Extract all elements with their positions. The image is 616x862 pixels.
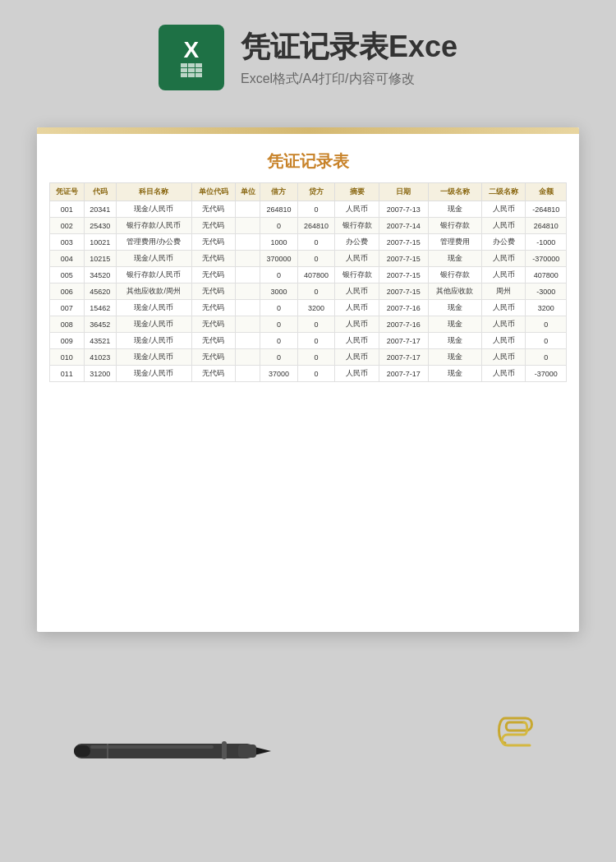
table-cell: 无代码 [191,349,235,366]
table-cell: 0 [526,333,567,349]
table-cell: 2007-7-15 [379,267,428,283]
table-cell: 人民币 [481,218,525,234]
table-cell [236,316,260,333]
table-cell: 人民币 [335,366,379,382]
table-cell: 005 [50,267,85,283]
table-row: 00310021管理费用/办公费无代码10000办公费2007-7-15管理费用… [50,234,567,251]
table-cell: 0 [297,201,335,218]
svg-rect-4 [74,745,90,757]
table-cell: 0 [260,218,298,234]
excel-x-letter: X [184,39,200,62]
table-cell: 2007-7-17 [379,333,428,349]
table-column-header: 单位代码 [191,183,235,201]
doc-content: 凭证记录表 凭证号代码科目名称单位代码单位借方贷方摘要日期一级名称二级名称金额 … [37,134,579,390]
doc-top-bar [37,127,579,134]
table-cell: 办公费 [335,234,379,251]
pen-decoration [66,739,271,763]
table-cell: 人民币 [335,283,379,300]
table-cell [236,218,260,234]
table-cell: 36452 [84,316,116,333]
table-cell: 其他应收款/周州 [116,283,191,300]
table-cell: 008 [50,316,85,333]
table-row: 00645620其他应收款/周州无代码30000人民币2007-7-15其他应收… [50,283,567,300]
table-row: 00225430银行存款/人民币无代码0264810银行存款2007-7-14银… [50,218,567,234]
table-cell: 人民币 [481,300,525,316]
table-cell: 10215 [84,251,116,267]
page-subtitle: Excel格式/A4打印/内容可修改 [241,71,457,88]
table-cell: 20341 [84,201,116,218]
table-cell: 人民币 [335,349,379,366]
table-cell: 银行存款 [428,218,481,234]
svg-rect-2 [222,741,227,759]
table-cell: 0 [297,349,335,366]
table-cell: 3000 [260,283,298,300]
table-cell: 现金 [428,300,481,316]
table-column-header: 二级名称 [481,183,525,201]
table-cell: 0 [297,283,335,300]
table-cell: 006 [50,283,85,300]
table-cell: 无代码 [191,300,235,316]
table-cell: 2007-7-15 [379,251,428,267]
table-cell: 现金 [428,201,481,218]
table-cell: 2007-7-17 [379,366,428,382]
table-cell: 现金 [428,333,481,349]
table-cell: 人民币 [335,333,379,349]
table-cell: -1000 [526,234,567,251]
svg-marker-3 [255,747,271,755]
table-cell: 43521 [84,333,116,349]
table-row: 00715462现金/人民币无代码03200人民币2007-7-16现金人民币3… [50,300,567,316]
table-cell [236,234,260,251]
table-cell [236,349,260,366]
table-cell: 1000 [260,234,298,251]
table-cell: 现金/人民币 [116,316,191,333]
table-cell: 2007-7-17 [379,349,428,366]
table-cell: 41023 [84,349,116,366]
table-cell: 周州 [481,283,525,300]
table-cell: 人民币 [481,316,525,333]
table-cell: 25430 [84,218,116,234]
table-column-header: 贷方 [297,183,335,201]
table-cell: 0 [260,300,298,316]
table-cell: 其他应收款 [428,283,481,300]
table-title: 凭证记录表 [49,142,567,182]
table-cell: 无代码 [191,251,235,267]
table-cell: 004 [50,251,85,267]
table-cell: 人民币 [481,349,525,366]
table-cell: 2007-7-15 [379,234,428,251]
table-cell: 009 [50,333,85,349]
header-text: 凭证记录表Exce Excel格式/A4打印/内容可修改 [241,27,457,88]
table-row: 01041023现金/人民币无代码00人民币2007-7-17现金人民币0 [50,349,567,366]
table-cell: 2007-7-16 [379,316,428,333]
page-title: 凭证记录表Exce [241,27,457,67]
svg-rect-5 [238,744,256,758]
table-cell [236,366,260,382]
table-cell: 管理费用/办公费 [116,234,191,251]
table-cell: 011 [50,366,85,382]
table-cell: 银行存款 [428,267,481,283]
table-cell: 264810 [526,218,567,234]
table-cell: 人民币 [481,201,525,218]
table-cell: 人民币 [481,366,525,382]
table-cell: 0 [526,316,567,333]
table-cell: 2007-7-13 [379,201,428,218]
table-cell: 无代码 [191,267,235,283]
excel-icon: X [159,25,224,90]
table-cell: 34520 [84,267,116,283]
table-cell: 银行存款/人民币 [116,218,191,234]
table-cell: 管理费用 [428,234,481,251]
table-cell: 现金/人民币 [116,201,191,218]
table-cell: 人民币 [335,251,379,267]
table-cell: 2007-7-16 [379,300,428,316]
table-column-header: 金额 [526,183,567,201]
table-cell: 007 [50,300,85,316]
table-cell: 2007-7-14 [379,218,428,234]
table-cell: 0 [260,267,298,283]
table-cell: 264810 [260,201,298,218]
table-cell: 15462 [84,300,116,316]
table-row: 00534520银行存款/人民币无代码0407800银行存款2007-7-15银… [50,267,567,283]
table-cell: 010 [50,349,85,366]
table-row: 00410215现金/人民币无代码3700000人民币2007-7-15现金人民… [50,251,567,267]
table-column-header: 代码 [84,183,116,201]
table-cell: 无代码 [191,201,235,218]
table-row: 00943521现金/人民币无代码00人民币2007-7-17现金人民币0 [50,333,567,349]
